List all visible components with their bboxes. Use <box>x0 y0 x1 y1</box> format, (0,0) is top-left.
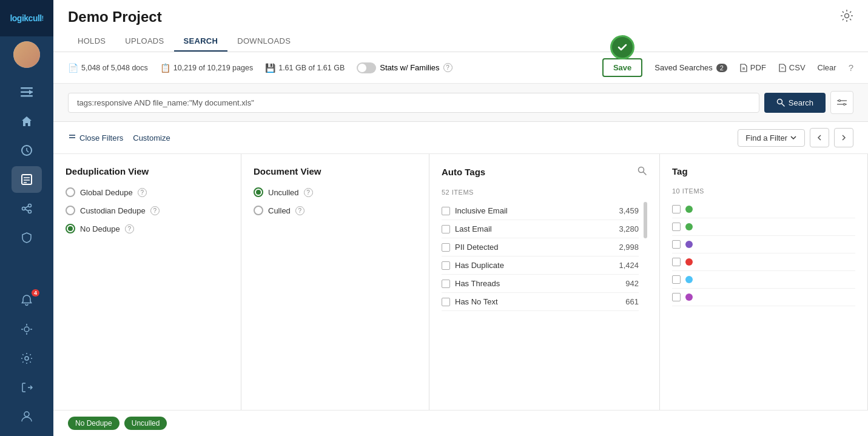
stats-toggle[interactable] <box>357 62 376 73</box>
dedup-nodedupe-option[interactable]: No Dedupe ? <box>66 224 229 233</box>
main-content: Demo Project HOLDS UPLOADS SEARCH DOWNLO… <box>53 0 868 436</box>
storage-icon: 💾 <box>265 63 275 73</box>
autotags-items-count: 52 ITEMS <box>442 189 647 196</box>
stats-toggle-container: Stats w/ Families ? <box>357 62 452 73</box>
dedup-global-help[interactable]: ? <box>138 188 147 197</box>
filter-chip-nodedupe[interactable]: No Dedupe <box>68 417 119 430</box>
sidebar-nav <box>12 73 42 287</box>
tab-search[interactable]: SEARCH <box>174 32 228 52</box>
tab-holds[interactable]: HOLDS <box>68 32 115 52</box>
autotag-has-threads-count: 942 <box>625 279 639 288</box>
notification-badge: 4 <box>32 289 39 297</box>
settings-gear-icon[interactable] <box>840 9 853 25</box>
svg-point-21 <box>24 412 29 417</box>
autotag-last-email-label: Last Email <box>455 224 614 233</box>
svg-line-12 <box>25 209 29 211</box>
tag-item-5[interactable] <box>672 271 855 289</box>
autotag-last-email[interactable]: Last Email 3,280 <box>442 220 639 238</box>
tag-item-3[interactable] <box>672 236 855 253</box>
avatar[interactable] <box>13 41 40 68</box>
dedup-custodian-help[interactable]: ? <box>150 206 160 215</box>
customize-button[interactable]: Customize <box>133 133 170 143</box>
stats-help-icon[interactable]: ? <box>443 63 453 72</box>
sidebar-item-share[interactable] <box>12 195 42 222</box>
docview-culled-help[interactable]: ? <box>295 206 304 215</box>
tags-filter-column: Tag 10 ITEMS <box>660 154 868 410</box>
sidebar-item-collapse[interactable] <box>12 79 42 106</box>
autotag-pii-detected-checkbox[interactable] <box>442 243 450 252</box>
docview-unculled-option[interactable]: Unculled ? <box>254 187 417 197</box>
filter-chip-unculled[interactable]: Unculled <box>124 417 167 430</box>
autotag-has-no-text[interactable]: Has No Text 661 <box>442 293 639 311</box>
csv-export-button[interactable]: CSV <box>778 63 806 72</box>
sidebar-item-processing[interactable] <box>12 137 42 164</box>
autotag-last-email-checkbox[interactable] <box>442 225 450 233</box>
docview-culled-option[interactable]: Culled ? <box>254 206 417 215</box>
close-filters-label: Close Filters <box>79 133 123 143</box>
tag-item-4[interactable] <box>672 253 855 271</box>
dedup-custodian-option[interactable]: Custodian Dedupe ? <box>66 206 229 215</box>
autotag-has-duplicate-label: Has Duplicate <box>455 261 614 270</box>
filter-settings-button[interactable] <box>830 91 853 114</box>
filter-next-button[interactable] <box>834 128 853 147</box>
sidebar-item-review[interactable] <box>12 166 42 193</box>
find-filter-dropdown[interactable]: Find a Filter <box>738 129 805 147</box>
docview-radio-group: Unculled ? Culled ? <box>254 187 417 215</box>
autotag-has-duplicate[interactable]: Has Duplicate 1,424 <box>442 257 639 275</box>
tab-uploads[interactable]: UPLOADS <box>115 32 173 52</box>
autotags-search-icon[interactable] <box>638 166 647 178</box>
sidebar-item-settings[interactable] <box>12 345 42 372</box>
tag-item-6[interactable] <box>672 289 855 306</box>
tag-5-checkbox[interactable] <box>672 275 681 284</box>
tag-1-checkbox[interactable] <box>672 205 681 213</box>
dedup-global-radio[interactable] <box>66 187 75 197</box>
dedup-global-option[interactable]: Global Dedupe ? <box>66 187 229 197</box>
sidebar-item-home[interactable] <box>12 108 42 135</box>
dedup-nodedupe-radio[interactable] <box>66 224 75 233</box>
search-input[interactable]: tags:responsive AND file_name:"My docume… <box>68 93 759 113</box>
svg-rect-2 <box>21 95 33 97</box>
tag-2-checkbox[interactable] <box>672 223 681 231</box>
docview-unculled-radio[interactable] <box>254 187 263 197</box>
filter-prev-button[interactable] <box>810 128 829 147</box>
close-filters-button[interactable]: Close Filters <box>68 133 123 143</box>
dedup-nodedupe-help[interactable]: ? <box>125 224 134 233</box>
save-success-checkmark <box>610 35 634 59</box>
clear-button[interactable]: Clear <box>818 63 836 72</box>
autotag-inclusive-email-checkbox[interactable] <box>442 207 450 215</box>
dedup-title: Deduplication View <box>66 166 229 176</box>
sidebar-item-notifications[interactable]: 4 <box>12 287 42 314</box>
autotag-pii-detected[interactable]: PII Detected 2,998 <box>442 238 639 257</box>
tag-5-dot <box>685 276 693 283</box>
tag-item-2[interactable] <box>672 218 855 236</box>
autotag-has-no-text-checkbox[interactable] <box>442 298 450 306</box>
tag-item-1[interactable] <box>672 201 855 218</box>
sidebar-item-logout[interactable] <box>12 374 42 401</box>
search-button[interactable]: Search <box>764 93 826 113</box>
page-title: Demo Project <box>68 8 162 25</box>
autotag-has-threads[interactable]: Has Threads 942 <box>442 275 639 293</box>
saved-searches-button[interactable]: Saved Searches 2 <box>654 63 727 72</box>
autotag-has-no-text-count: 661 <box>625 297 639 306</box>
docview-culled-radio[interactable] <box>254 206 263 215</box>
autotag-inclusive-email[interactable]: Inclusive Email 3,459 <box>442 202 639 220</box>
docs-icon: 📄 <box>68 63 78 73</box>
docview-unculled-help[interactable]: ? <box>304 188 313 197</box>
tab-downloads[interactable]: DOWNLOADS <box>227 32 300 52</box>
svg-rect-0 <box>21 87 33 89</box>
save-button[interactable]: Save <box>602 58 642 77</box>
tag-4-checkbox[interactable] <box>672 258 681 266</box>
svg-line-27 <box>782 104 784 106</box>
pdf-export-button[interactable]: PDF <box>739 63 766 72</box>
sidebar-item-shield[interactable] <box>12 224 42 251</box>
autotags-scrollbar[interactable] <box>644 202 647 238</box>
autotag-has-duplicate-checkbox[interactable] <box>442 261 450 270</box>
help-icon[interactable]: ? <box>849 62 853 73</box>
dedup-custodian-radio[interactable] <box>66 206 75 215</box>
sidebar-item-profile[interactable] <box>12 403 42 430</box>
tag-3-checkbox[interactable] <box>672 240 681 249</box>
autotag-has-threads-checkbox[interactable] <box>442 280 450 288</box>
nav-tabs: HOLDS UPLOADS SEARCH DOWNLOADS <box>68 32 853 52</box>
sidebar-item-theme[interactable] <box>12 316 42 343</box>
tag-6-checkbox[interactable] <box>672 293 681 301</box>
